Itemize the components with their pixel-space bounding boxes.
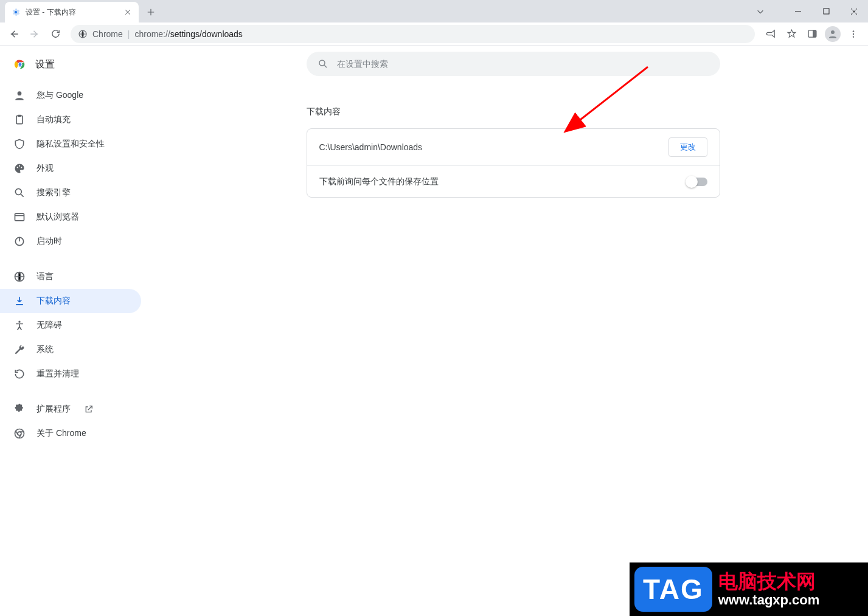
addr-prefix: Chrome	[92, 29, 123, 39]
avatar-icon	[825, 26, 841, 42]
palette-icon	[13, 162, 26, 175]
sidebar-item-privacy[interactable]: 隐私设置和安全性	[0, 132, 141, 156]
watermark-tag: TAG	[634, 567, 712, 612]
back-button[interactable]	[5, 25, 23, 43]
power-icon	[13, 235, 26, 247]
sidebar-item-default-browser[interactable]: 默认浏览器	[0, 205, 141, 229]
search-icon	[13, 187, 26, 199]
sidebar-item-label: 关于 Chrome	[36, 428, 86, 439]
sidebar-item-autofill[interactable]: 自动填充	[0, 108, 141, 132]
content-area: 下载内容 C:\Users\admin\Downloads 更改 下载前询问每个…	[158, 46, 868, 616]
settings-search[interactable]	[307, 52, 720, 76]
sidebar-item-reset[interactable]: 重置并清理	[0, 362, 141, 386]
sidebar-item-label: 语言	[36, 271, 54, 282]
sidebar-item-extensions[interactable]: 扩展程序	[0, 397, 141, 421]
downloads-card: C:\Users\admin\Downloads 更改 下载前询问每个文件的保存…	[307, 128, 720, 198]
globe-icon	[13, 271, 26, 283]
addr-url: chrome://settings/downloads	[134, 29, 242, 39]
sidebar-item-accessibility[interactable]: 无障碍	[0, 313, 141, 337]
sidebar-item-label: 外观	[36, 163, 54, 174]
ask-location-label: 下载前询问每个文件的保存位置	[319, 176, 687, 187]
shield-icon	[13, 138, 26, 150]
ask-location-row: 下载前询问每个文件的保存位置	[307, 165, 720, 197]
sidebar-item-you-and-google[interactable]: 您与 Google	[0, 83, 141, 108]
sidepanel-icon[interactable]	[802, 24, 822, 44]
toolbar: Chrome | chrome://settings/downloads	[0, 22, 868, 46]
svg-point-16	[19, 165, 20, 167]
sidebar: 设置 您与 Google 自动填充 隐私设置和安全性 外观 搜索引擎	[0, 46, 158, 616]
svg-point-25	[319, 60, 325, 66]
svg-rect-1	[824, 9, 829, 14]
sidebar-item-about[interactable]: 关于 Chrome	[0, 421, 141, 446]
svg-point-17	[21, 167, 22, 168]
settings-icon	[11, 7, 21, 17]
svg-point-18	[15, 189, 21, 195]
close-window-button[interactable]	[840, 2, 868, 21]
change-button[interactable]: 更改	[668, 137, 707, 157]
sidebar-item-search[interactable]: 搜索引擎	[0, 181, 141, 205]
svg-point-12	[18, 91, 22, 95]
sidebar-header: 设置	[0, 52, 158, 77]
external-link-icon	[84, 404, 94, 414]
site-info-icon[interactable]	[78, 29, 88, 39]
menu-icon[interactable]	[844, 24, 863, 44]
forward-button[interactable]	[26, 25, 44, 43]
watermark-line1: 电脑技术网	[718, 571, 820, 592]
svg-rect-13	[16, 116, 23, 123]
share-icon[interactable]	[761, 24, 780, 44]
reload-button[interactable]	[46, 25, 64, 43]
browser-icon	[13, 211, 26, 223]
svg-rect-14	[18, 115, 21, 117]
restore-icon	[13, 368, 26, 380]
watermark-line2: www.tagxp.com	[718, 593, 820, 607]
svg-rect-4	[813, 30, 816, 37]
svg-point-8	[853, 36, 854, 37]
close-tab-icon[interactable]	[123, 7, 133, 17]
svg-point-6	[853, 30, 854, 32]
address-bar[interactable]: Chrome | chrome://settings/downloads	[71, 25, 755, 43]
sidebar-item-label: 启动时	[36, 236, 62, 247]
minimize-button[interactable]	[784, 2, 812, 21]
sidebar-item-label: 扩展程序	[36, 404, 71, 415]
sidebar-item-label: 搜索引擎	[36, 187, 71, 198]
person-icon	[13, 89, 26, 102]
sidebar-item-language[interactable]: 语言	[0, 265, 141, 289]
svg-rect-19	[15, 213, 24, 221]
download-path: C:\Users\admin\Downloads	[319, 142, 668, 152]
addr-divider: |	[128, 29, 130, 39]
tab-title: 设置 - 下载内容	[26, 7, 118, 18]
wrench-icon	[13, 344, 26, 356]
sidebar-item-downloads[interactable]: 下载内容	[0, 289, 141, 313]
bookmark-icon[interactable]	[782, 24, 801, 44]
download-icon	[13, 295, 26, 307]
maximize-button[interactable]	[812, 2, 840, 21]
sidebar-title: 设置	[35, 58, 55, 71]
clipboard-icon	[13, 114, 26, 126]
browser-tab[interactable]: 设置 - 下载内容	[5, 2, 139, 22]
sidebar-item-label: 隐私设置和安全性	[36, 139, 105, 150]
tab-dropdown-icon[interactable]	[756, 7, 784, 16]
chrome-outline-icon	[13, 427, 26, 440]
sidebar-item-label: 自动填充	[36, 114, 71, 125]
sidebar-item-label: 无障碍	[36, 320, 62, 331]
ask-location-toggle[interactable]	[687, 178, 707, 186]
download-location-row: C:\Users\admin\Downloads 更改	[307, 129, 720, 165]
sidebar-item-appearance[interactable]: 外观	[0, 156, 141, 181]
sidebar-item-label: 您与 Google	[36, 90, 83, 101]
svg-point-22	[18, 321, 20, 323]
sidebar-item-label: 系统	[36, 344, 54, 355]
window-controls	[756, 0, 868, 22]
extension-icon	[13, 403, 26, 415]
sidebar-item-label: 默认浏览器	[36, 212, 79, 223]
search-icon	[318, 58, 328, 69]
section-title: 下载内容	[307, 106, 720, 117]
watermark: TAG 电脑技术网 www.tagxp.com	[630, 562, 868, 616]
sidebar-item-label: 重置并清理	[36, 369, 79, 379]
svg-point-15	[17, 167, 18, 168]
sidebar-item-startup[interactable]: 启动时	[0, 229, 141, 254]
new-tab-button[interactable]	[142, 4, 159, 21]
settings-search-input[interactable]	[337, 59, 709, 69]
sidebar-item-system[interactable]: 系统	[0, 337, 141, 362]
profile-avatar[interactable]	[823, 24, 842, 44]
svg-point-7	[853, 33, 854, 34]
